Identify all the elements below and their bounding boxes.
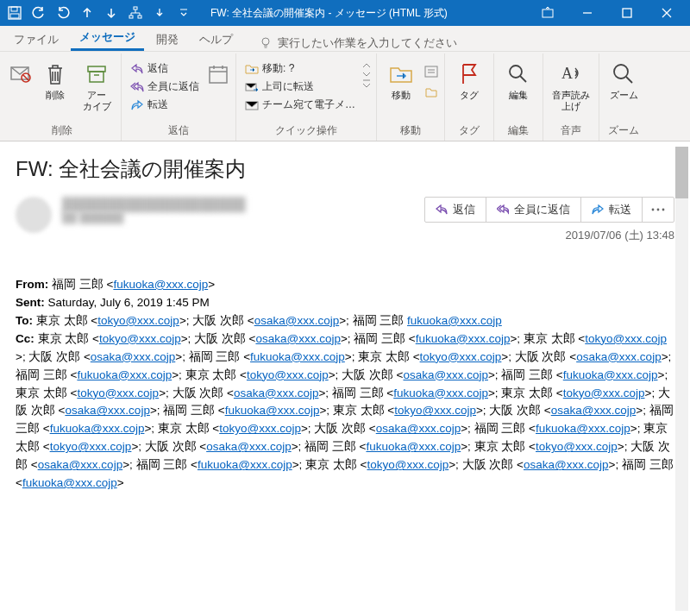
- email-link[interactable]: fukuoka@xxx.cojp: [393, 387, 488, 399]
- email-link[interactable]: tokyo@xxx.cojp: [50, 440, 132, 453]
- email-link[interactable]: osaka@xxx.cojp: [206, 440, 292, 453]
- action-reply-all[interactable]: 全員に返信: [486, 198, 581, 222]
- email-link[interactable]: osaka@xxx.cojp: [255, 332, 341, 345]
- zoom-button[interactable]: ズーム: [605, 59, 643, 101]
- email-link[interactable]: osaka@xxx.cojp: [576, 350, 662, 363]
- redo-icon[interactable]: [52, 1, 74, 25]
- email-link[interactable]: osaka@xxx.cojp: [376, 422, 461, 435]
- svg-rect-4: [129, 16, 133, 18]
- email-link[interactable]: osaka@xxx.cojp: [524, 458, 609, 471]
- reply-button[interactable]: 返信: [127, 60, 203, 77]
- svg-text:A: A: [561, 65, 573, 82]
- find-icon: [505, 60, 532, 88]
- quick-to-manager-button[interactable]: 上司に転送: [242, 79, 359, 95]
- tell-me-search[interactable]: 実行したい作業を入力してください: [245, 35, 457, 51]
- tab-developer[interactable]: 開発: [147, 27, 187, 51]
- email-link[interactable]: tokyo@xxx.cojp: [367, 458, 448, 471]
- email-link[interactable]: tokyo@xxx.cojp: [585, 332, 667, 345]
- org-chart-icon[interactable]: [124, 1, 147, 25]
- action-more[interactable]: [643, 198, 674, 222]
- reply-arrow-icon: [130, 62, 144, 76]
- email-link[interactable]: osaka@xxx.cojp: [551, 404, 637, 417]
- scroll-down-icon[interactable]: [362, 71, 371, 78]
- email-link[interactable]: tokyo@xxx.cojp: [247, 368, 329, 381]
- reply-all-button[interactable]: 全員に返信: [127, 79, 203, 95]
- meeting-icon: [204, 60, 232, 88]
- actions-icon[interactable]: [423, 85, 439, 100]
- close-icon[interactable]: [647, 0, 687, 26]
- email-link[interactable]: fukuoka@xxx.cojp: [407, 314, 502, 327]
- email-link[interactable]: tokyo@xxx.cojp: [97, 314, 179, 327]
- quick-move-button[interactable]: 移動: ?: [242, 60, 359, 77]
- forward-button[interactable]: 転送: [127, 97, 203, 113]
- archive-button[interactable]: アー カイブ: [78, 59, 116, 112]
- email-link[interactable]: fukuoka@xxx.cojp: [366, 440, 461, 453]
- ignore-button[interactable]: [9, 59, 33, 88]
- scrollbar-thumb[interactable]: [675, 147, 688, 198]
- email-link[interactable]: tokyo@xxx.cojp: [77, 387, 159, 399]
- more-respond-button[interactable]: [206, 59, 230, 88]
- quick-team-email-button[interactable]: チーム宛て電子メ…: [242, 97, 359, 113]
- arrow-down-icon[interactable]: [100, 1, 122, 25]
- email-link[interactable]: osaka@xxx.cojp: [403, 368, 488, 381]
- email-link[interactable]: fukuoka@xxx.cojp: [250, 350, 345, 363]
- email-link[interactable]: tokyo@xxx.cojp: [563, 387, 645, 399]
- minimize-icon[interactable]: [568, 0, 607, 26]
- group-tags: タグ タグ: [445, 53, 494, 141]
- ribbon-tabs: ファイル メッセージ 開発 ヘルプ 実行したい作業を入力してください: [0, 26, 690, 52]
- email-link[interactable]: fukuoka@xxx.cojp: [536, 422, 630, 435]
- email-link[interactable]: fukuoka@xxx.cojp: [225, 404, 320, 417]
- email-link[interactable]: fukuoka@xxx.cojp: [416, 332, 511, 345]
- delete-button[interactable]: 削除: [36, 59, 74, 101]
- folder-move-icon: [387, 60, 415, 88]
- svg-rect-3: [134, 7, 137, 9]
- email-link[interactable]: osaka@xxx.cojp: [65, 404, 150, 417]
- group-move: 移動 移動: [377, 53, 445, 141]
- down-arrow-icon[interactable]: [148, 1, 171, 25]
- arrow-up-icon[interactable]: [76, 1, 98, 25]
- tab-file[interactable]: ファイル: [5, 27, 67, 51]
- undo-icon[interactable]: [28, 1, 50, 25]
- action-forward[interactable]: 転送: [581, 198, 643, 222]
- email-link[interactable]: fukuoka@xxx.cojp: [563, 368, 658, 381]
- email-link[interactable]: fukuoka@xxx.cojp: [113, 278, 208, 291]
- move-button[interactable]: 移動: [382, 59, 420, 101]
- email-link[interactable]: fukuoka@xxx.cojp: [77, 368, 172, 381]
- trash-icon: [41, 60, 69, 88]
- scrollbar-track[interactable]: [675, 147, 688, 611]
- email-link[interactable]: osaka@xxx.cojp: [254, 314, 340, 327]
- action-reply[interactable]: 返信: [425, 198, 486, 222]
- save-icon[interactable]: [3, 1, 26, 25]
- email-link[interactable]: fukuoka@xxx.cojp: [22, 476, 117, 489]
- svg-point-17: [510, 66, 522, 78]
- svg-rect-6: [543, 9, 553, 17]
- ribbon-display-icon[interactable]: [528, 0, 568, 26]
- qat-more-icon[interactable]: [172, 1, 195, 25]
- maximize-icon[interactable]: [607, 0, 647, 26]
- email-link[interactable]: tokyo@xxx.cojp: [99, 332, 181, 345]
- email-link[interactable]: tokyo@xxx.cojp: [219, 422, 301, 435]
- read-aloud-button[interactable]: A 音声読み 上げ: [549, 59, 593, 112]
- editing-button[interactable]: 編集: [499, 59, 537, 101]
- message-timestamp: 2019/07/06 (土) 13:48: [566, 223, 674, 243]
- scroll-up-icon[interactable]: [362, 62, 371, 69]
- email-link[interactable]: tokyo@xxx.cojp: [420, 350, 502, 363]
- svg-point-8: [262, 38, 269, 45]
- email-link[interactable]: osaka@xxx.cojp: [38, 458, 123, 471]
- expand-icon[interactable]: [362, 79, 371, 88]
- email-link[interactable]: osaka@xxx.cojp: [91, 350, 176, 363]
- group-editing: 編集 編集: [494, 53, 543, 141]
- tab-message[interactable]: メッセージ: [71, 24, 144, 51]
- rules-icon[interactable]: [423, 64, 439, 79]
- message-reading-pane: FW: 全社会議の開催案内 ████████████████████ ██ ██…: [0, 141, 690, 616]
- lightbulb-icon: [259, 36, 273, 50]
- tags-button[interactable]: タグ: [450, 59, 488, 101]
- svg-point-20: [652, 209, 655, 211]
- svg-rect-1: [11, 7, 17, 11]
- email-link[interactable]: tokyo@xxx.cojp: [394, 404, 476, 417]
- tab-help[interactable]: ヘルプ: [191, 27, 242, 51]
- email-link[interactable]: tokyo@xxx.cojp: [536, 440, 618, 453]
- email-link[interactable]: osaka@xxx.cojp: [234, 387, 319, 399]
- email-link[interactable]: fukuoka@xxx.cojp: [198, 458, 292, 471]
- email-link[interactable]: fukuoka@xxx.cojp: [50, 422, 145, 435]
